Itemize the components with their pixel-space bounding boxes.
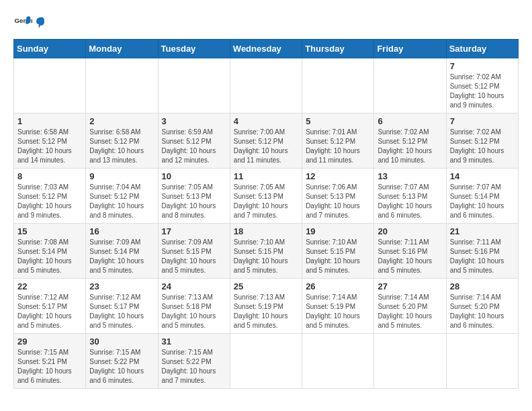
day-number: 16 [89,226,154,236]
day-info: Sunrise: 6:58 AMSunset: 5:12 PMDaylight:… [17,128,82,165]
day-info: Sunrise: 6:58 AMSunset: 5:12 PMDaylight:… [89,128,154,165]
header-friday: Friday [374,40,446,58]
table-row: 17 Sunrise: 7:09 AMSunset: 5:15 PMDaylig… [158,224,230,279]
day-info: Sunrise: 7:13 AMSunset: 5:18 PMDaylight:… [162,293,226,330]
table-row: 20 Sunrise: 7:11 AMSunset: 5:16 PMDaylig… [374,224,446,279]
table-row: 15 Sunrise: 7:08 AMSunset: 5:14 PMDaylig… [14,224,86,279]
table-row: 7 Sunrise: 7:02 AMSunset: 5:12 PMDayligh… [446,58,518,113]
day-number: 24 [162,281,226,291]
header-wednesday: Wednesday [230,40,302,58]
header-monday: Monday [86,40,158,58]
day-info: Sunrise: 7:15 AMSunset: 5:21 PMDaylight:… [17,348,82,385]
day-number: 5 [306,116,370,126]
day-info: Sunrise: 7:06 AMSunset: 5:13 PMDaylight:… [306,183,370,220]
day-number: 17 [162,226,226,236]
day-number: 30 [89,336,154,347]
day-info: Sunrise: 7:05 AMSunset: 5:13 PMDaylight:… [162,183,226,220]
table-row: 1 Sunrise: 6:58 AMSunset: 5:12 PMDayligh… [14,113,86,169]
day-info: Sunrise: 6:59 AMSunset: 5:12 PMDaylight:… [162,128,226,165]
table-row [230,334,302,389]
day-info: Sunrise: 7:07 AMSunset: 5:14 PMDaylight:… [450,183,515,220]
calendar-week-row: 15 Sunrise: 7:08 AMSunset: 5:14 PMDaylig… [14,224,519,279]
calendar-week-row: 8 Sunrise: 7:03 AMSunset: 5:12 PMDayligh… [14,169,519,224]
table-row: 4 Sunrise: 7:00 AMSunset: 5:12 PMDayligh… [230,113,302,169]
day-info: Sunrise: 7:14 AMSunset: 5:19 PMDaylight:… [306,293,370,330]
day-info: Sunrise: 7:10 AMSunset: 5:15 PMDaylight:… [234,238,298,275]
day-number: 20 [378,226,442,236]
day-info: Sunrise: 7:00 AMSunset: 5:12 PMDaylight:… [234,128,298,165]
calendar-table: Sunday Monday Tuesday Wednesday Thursday… [13,39,519,389]
day-number: 13 [378,171,442,181]
day-number: 25 [234,281,298,291]
table-row: 24 Sunrise: 7:13 AMSunset: 5:18 PMDaylig… [158,279,230,334]
table-row: 13 Sunrise: 7:07 AMSunset: 5:13 PMDaylig… [374,169,446,224]
day-info: Sunrise: 7:15 AMSunset: 5:22 PMDaylight:… [162,348,226,385]
table-row: 8 Sunrise: 7:03 AMSunset: 5:12 PMDayligh… [14,169,86,224]
header-thursday: Thursday [302,40,374,58]
table-row [446,334,518,389]
table-row: 28 Sunrise: 7:14 AMSunset: 5:20 PMDaylig… [446,279,518,334]
table-row: 25 Sunrise: 7:13 AMSunset: 5:19 PMDaylig… [230,279,302,334]
calendar-week-row: 29 Sunrise: 7:15 AMSunset: 5:21 PMDaylig… [14,334,519,389]
day-number: 22 [17,281,82,291]
header-saturday: Saturday [446,40,518,58]
header-tuesday: Tuesday [158,40,230,58]
table-row: 19 Sunrise: 7:10 AMSunset: 5:15 PMDaylig… [302,224,374,279]
table-row: 27 Sunrise: 7:14 AMSunset: 5:20 PMDaylig… [374,279,446,334]
table-row [86,58,158,113]
day-info: Sunrise: 7:12 AMSunset: 5:17 PMDaylight:… [17,293,82,330]
table-row [302,334,374,389]
calendar-week-row: 7 Sunrise: 7:02 AMSunset: 5:12 PMDayligh… [14,58,519,113]
day-number: 7 [450,116,515,126]
day-number: 11 [234,171,298,181]
day-number: 8 [17,171,82,181]
day-number: 4 [234,116,298,126]
table-row: 18 Sunrise: 7:10 AMSunset: 5:15 PMDaylig… [230,224,302,279]
logo-icon: General [13,13,32,32]
day-info: Sunrise: 7:14 AMSunset: 5:20 PMDaylight:… [450,293,515,330]
day-number: 27 [378,281,442,291]
table-row [374,334,446,389]
table-row [374,58,446,113]
table-row: 7 Sunrise: 7:02 AMSunset: 5:12 PMDayligh… [446,113,518,169]
day-info: Sunrise: 7:07 AMSunset: 5:13 PMDaylight:… [378,183,442,220]
day-info: Sunrise: 7:11 AMSunset: 5:16 PMDaylight:… [378,238,442,275]
header-sunday: Sunday [14,40,86,58]
day-number: 10 [162,171,226,181]
day-info: Sunrise: 7:11 AMSunset: 5:16 PMDaylight:… [450,238,515,275]
day-number: 3 [162,116,226,126]
table-row: 9 Sunrise: 7:04 AMSunset: 5:12 PMDayligh… [86,169,158,224]
table-row: 2 Sunrise: 6:58 AMSunset: 5:12 PMDayligh… [86,113,158,169]
logo: General [13,13,46,32]
day-number: 14 [450,171,515,181]
table-row: 6 Sunrise: 7:02 AMSunset: 5:12 PMDayligh… [374,113,446,169]
day-info: Sunrise: 7:14 AMSunset: 5:20 PMDaylight:… [378,293,442,330]
table-row: 10 Sunrise: 7:05 AMSunset: 5:13 PMDaylig… [158,169,230,224]
day-info: Sunrise: 7:09 AMSunset: 5:15 PMDaylight:… [162,238,226,275]
table-row: 22 Sunrise: 7:12 AMSunset: 5:17 PMDaylig… [14,279,86,334]
calendar-week-row: 22 Sunrise: 7:12 AMSunset: 5:17 PMDaylig… [14,279,519,334]
day-number: 7 [450,61,515,71]
table-row: 3 Sunrise: 6:59 AMSunset: 5:12 PMDayligh… [158,113,230,169]
day-info: Sunrise: 7:05 AMSunset: 5:13 PMDaylight:… [234,183,298,220]
table-row: 12 Sunrise: 7:06 AMSunset: 5:13 PMDaylig… [302,169,374,224]
table-row: 16 Sunrise: 7:09 AMSunset: 5:14 PMDaylig… [86,224,158,279]
table-row [14,58,86,113]
table-row: 14 Sunrise: 7:07 AMSunset: 5:14 PMDaylig… [446,169,518,224]
logo-bird-icon [35,16,46,30]
table-row [302,58,374,113]
header: General [13,13,519,32]
day-info: Sunrise: 7:12 AMSunset: 5:17 PMDaylight:… [89,293,154,330]
weekday-header-row: Sunday Monday Tuesday Wednesday Thursday… [14,40,519,58]
day-info: Sunrise: 7:15 AMSunset: 5:22 PMDaylight:… [89,348,154,385]
table-row: 30 Sunrise: 7:15 AMSunset: 5:22 PMDaylig… [86,334,158,389]
day-number: 1 [17,116,82,126]
table-row: 5 Sunrise: 7:01 AMSunset: 5:12 PMDayligh… [302,113,374,169]
day-number: 6 [378,116,442,126]
day-number: 29 [17,336,82,347]
day-info: Sunrise: 7:02 AMSunset: 5:12 PMDaylight:… [450,128,515,165]
day-number: 28 [450,281,515,291]
day-number: 2 [89,116,154,126]
day-info: Sunrise: 7:02 AMSunset: 5:12 PMDaylight:… [450,73,515,110]
day-info: Sunrise: 7:02 AMSunset: 5:12 PMDaylight:… [378,128,442,165]
